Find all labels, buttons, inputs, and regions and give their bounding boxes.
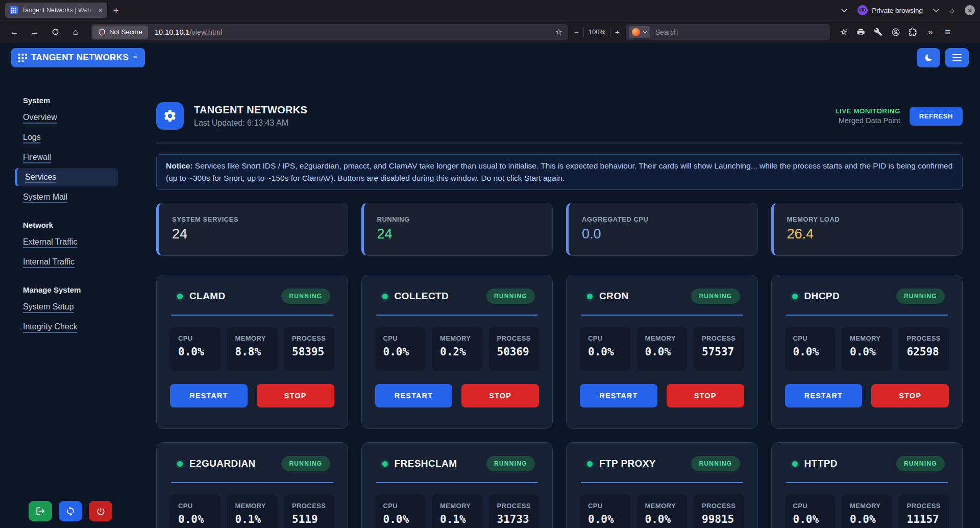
save-bookmark-star-icon[interactable] [835,23,852,41]
zoom-controls: − 100% + [572,27,622,37]
restart-button[interactable]: RESTART [580,384,657,407]
sidebar-item-system-setup[interactable]: System Setup [23,302,74,311]
sidebar-item-overview[interactable]: Overview [23,113,57,122]
status-badge: RUNNING [691,289,740,304]
cpu-value: 0.0% [793,513,836,525]
search-input[interactable] [655,28,827,36]
sidebar-item-internal-traffic[interactable]: Internal Traffic [23,257,75,267]
status-badge: RUNNING [896,289,945,304]
cpu-label: CPU [793,334,836,342]
stop-button[interactable]: STOP [461,384,539,407]
memory-stat-box: MEMORY 0.2% [432,327,482,371]
private-browsing-label: Private browsing [872,7,923,14]
browser-tab[interactable]: Tangent Networks | Web in × [5,3,107,18]
stat-card-aggregated-cpu: AGGREGATED CPU 0.0 [566,203,758,256]
sidebar-heading-network: Network [23,221,143,229]
window-chevron-icon[interactable] [933,9,939,12]
live-monitoring-label: LIVE MONITORING [835,107,900,115]
overflow-menu-icon[interactable]: » [922,23,939,41]
stat-value: 26.4 [787,226,949,242]
status-dot-icon [382,294,388,299]
memory-label: MEMORY [645,334,688,342]
restart-button[interactable]: RESTART [170,384,248,407]
process-label: PROCESS [497,502,540,510]
memory-label: MEMORY [645,502,688,510]
security-label: Not Secure [109,28,142,36]
wrench-tools-icon[interactable] [870,23,887,41]
last-updated: Last Updated: 6:13:43 AM [194,118,307,128]
sidebar-item-firewall[interactable]: Firewall [23,153,51,162]
sync-button[interactable] [59,501,82,521]
private-browsing-badge: Private browsing [857,5,923,15]
stat-card-running: RUNNING 24 [361,203,553,256]
print-icon[interactable] [852,23,870,41]
moon-icon [924,53,933,62]
forward-button[interactable]: → [27,24,43,40]
cpu-stat-box: CPU 0.0% [785,494,836,528]
sidebar-item-external-traffic[interactable]: External Traffic [23,237,77,247]
extensions-puzzle-icon[interactable] [904,23,922,41]
url-bar[interactable]: Not Secure 10.10.10.1 /view.html ☆ [91,24,568,40]
sidebar-item-system-mail[interactable]: System Mail [23,193,67,202]
account-icon[interactable] [887,23,904,41]
back-button[interactable]: ← [6,24,22,40]
restart-button[interactable]: RESTART [375,384,453,407]
search-engine-icon [632,28,640,36]
main-content: TANGENT NETWORKS Last Updated: 6:13:43 A… [143,73,980,528]
new-tab-button[interactable]: + [113,6,119,15]
sidebar-item-services[interactable]: Services [25,173,56,182]
dark-mode-toggle[interactable] [917,48,940,67]
memory-label: MEMORY [235,502,278,510]
memory-label: MEMORY [235,334,278,342]
notice-text: Services like Snort IDS / IPS, e2guardia… [166,161,952,182]
zoom-out-button[interactable]: − [574,28,579,36]
process-value: 62598 [907,346,949,358]
app-menu-icon[interactable]: ≡ [939,23,957,41]
search-bar[interactable] [626,24,830,40]
sidebar-item-services-active[interactable]: Services [15,168,118,186]
service-card: FTP PROXY RUNNING CPU 0.0% MEMORY 0.0% P… [566,442,758,528]
list-tabs-chevron-icon[interactable] [841,9,847,12]
tab-close-icon[interactable]: × [99,6,103,14]
restart-button[interactable]: RESTART [785,384,863,407]
zoom-in-button[interactable]: + [615,28,620,36]
home-button[interactable]: ⌂ [67,24,84,40]
process-label: PROCESS [702,334,744,342]
security-chip[interactable]: Not Secure [92,26,148,39]
memory-value: 0.0% [645,513,688,525]
stat-label: SYSTEM SERVICES [172,215,334,223]
private-mask-icon [857,5,868,15]
refresh-button[interactable]: REFRESH [910,107,963,126]
shield-slash-icon [98,28,106,36]
memory-label: MEMORY [440,334,482,342]
card-divider [171,315,333,316]
power-button[interactable] [89,501,112,521]
sidebar-item-logs[interactable]: Logs [23,133,41,142]
zoom-level[interactable]: 100% [589,28,605,36]
restore-window-icon[interactable]: ◇ [949,7,954,14]
service-name: HTTPD [804,458,838,469]
memory-value: 0.1% [440,513,482,525]
card-divider [376,482,538,483]
process-stat-box: PROCESS 31733 [489,494,540,528]
process-stat-box: PROCESS 50369 [489,327,540,371]
sidebar-item-integrity-check[interactable]: Integrity Check [23,322,78,331]
cpu-label: CPU [178,502,220,510]
search-engine-chip[interactable] [629,26,650,38]
memory-stat-box: MEMORY 0.0% [842,494,892,528]
service-name: E2GUARDIAN [189,458,256,469]
stop-button[interactable]: STOP [871,384,949,407]
close-window-button[interactable]: × [965,5,975,15]
status-dot-icon [382,461,388,467]
brand-logo-button[interactable]: TANGENT NETWORKS™ [11,48,145,67]
cpu-value: 0.0% [793,346,836,358]
reload-button[interactable] [47,24,63,40]
stop-button[interactable]: STOP [257,384,334,407]
app-hamburger-menu[interactable] [945,48,969,67]
logout-button[interactable] [29,501,52,521]
stop-button[interactable]: STOP [667,384,744,407]
stat-value: 0.0 [582,226,744,242]
service-name: FRESHCLAM [395,458,457,469]
memory-stat-box: MEMORY 0.1% [227,494,278,528]
bookmark-page-star-icon[interactable]: ☆ [555,27,562,37]
